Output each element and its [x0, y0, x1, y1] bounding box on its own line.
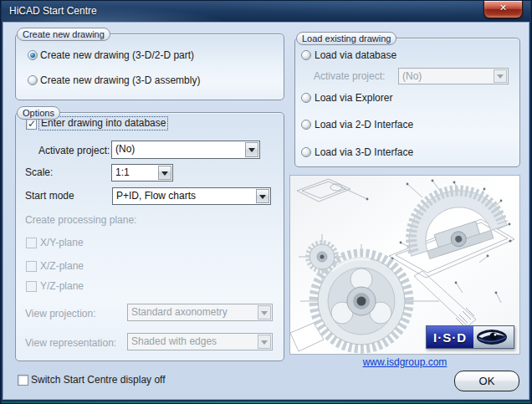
view-representation-label: View representation:: [25, 337, 116, 349]
ok-button[interactable]: OK: [454, 371, 519, 391]
xy-plane-checkbox: [26, 238, 37, 248]
view-projection-select: Standard axonometry: [127, 304, 273, 321]
activate-project-label: Activate project:: [38, 145, 110, 156]
dropdown-arrow-icon[interactable]: [245, 142, 258, 157]
radio-load-via-explorer-label[interactable]: Load via Explorer: [315, 92, 392, 104]
radio-load-via-2d-interface[interactable]: [301, 120, 311, 130]
switch-start-centre-off-checkbox[interactable]: [18, 375, 28, 386]
group-options-label: Options: [17, 106, 60, 120]
dropdown-arrow-icon[interactable]: [256, 189, 269, 203]
view-projection-value: Standard axonometry: [131, 304, 256, 320]
cad-preview-image: I·S·D: [289, 175, 520, 355]
radio-create-3d-2d-part[interactable]: [28, 50, 38, 60]
radio-load-via-3d-interface-label[interactable]: Load via 3-D Interface: [315, 146, 413, 158]
view-representation-value: Shaded with edges: [131, 334, 256, 349]
dropdown-arrow-icon: [494, 69, 507, 83]
start-mode-label: Start mode: [25, 190, 74, 202]
radio-create-3d-assembly[interactable]: [28, 75, 38, 85]
enter-db-checkbox[interactable]: [26, 119, 37, 130]
load-activate-project-label: Activate project:: [314, 70, 385, 82]
window-title: HiCAD Start Centre: [9, 1, 97, 22]
load-activate-project-value: (No): [402, 69, 492, 84]
xz-plane-label: X/Z-plane: [40, 260, 84, 272]
enter-db-checkbox-label[interactable]: Enter drawing into database: [38, 116, 168, 130]
group-create-label: Create new drawing: [17, 28, 110, 41]
radio-load-via-database-label[interactable]: Load via database: [315, 49, 396, 61]
dialog-window: HiCAD Start Centre ✕ Create new drawing …: [0, 0, 532, 404]
start-mode-select[interactable]: P+ID, Flow charts: [112, 187, 271, 205]
isd-logo-wordmark: I·S·D: [427, 326, 473, 348]
radio-load-via-2d-interface-label[interactable]: Load via 2-D Interface: [315, 119, 413, 130]
yz-plane-checkbox: [26, 281, 37, 292]
isd-logo-text: I·S·D: [433, 330, 467, 345]
load-activate-project-select: (No): [398, 68, 509, 84]
group-create-new-drawing: [15, 33, 284, 100]
isd-logo: I·S·D: [426, 325, 514, 349]
radio-create-3d-2d-part-label[interactable]: Create new drawing (3-D/2-D part): [40, 49, 194, 61]
start-mode-value: P+ID, Flow charts: [116, 188, 254, 203]
view-projection-label: View projection:: [25, 308, 96, 320]
dialog-body: Create new drawing Create new drawing (3…: [3, 23, 529, 399]
scale-label: Scale:: [25, 166, 53, 178]
group-load-label: Load existing drawing: [296, 32, 396, 45]
scale-value: 1:1: [115, 165, 156, 180]
dropdown-arrow-icon[interactable]: [158, 166, 171, 180]
close-icon: ✕: [484, 3, 522, 13]
dropdown-arrow-icon: [258, 335, 271, 349]
switch-start-centre-off-label[interactable]: Switch Start Centre display off: [31, 374, 166, 386]
radio-load-via-3d-interface[interactable]: [301, 147, 311, 157]
yz-plane-label: Y/Z-plane: [40, 280, 84, 292]
dropdown-arrow-icon: [258, 305, 271, 320]
xz-plane-checkbox: [26, 261, 37, 272]
xy-plane-label: X/Y-plane: [40, 237, 84, 248]
isdgroup-link[interactable]: www.isdgroup.com: [289, 356, 520, 368]
processing-plane-label: Create processing plane:: [25, 214, 136, 226]
close-button[interactable]: ✕: [483, 1, 523, 18]
view-representation-select: Shaded with edges: [127, 333, 273, 350]
activate-project-value: (No): [115, 141, 243, 156]
title-bar[interactable]: HiCAD Start Centre ✕: [2, 1, 530, 22]
radio-load-via-database[interactable]: [301, 50, 311, 60]
isd-eye-icon: [473, 326, 514, 348]
radio-load-via-explorer[interactable]: [301, 93, 311, 103]
activate-project-select[interactable]: (No): [111, 141, 260, 159]
scale-select[interactable]: 1:1: [111, 164, 173, 182]
radio-create-3d-assembly-label[interactable]: Create new drawing (3-D assembly): [40, 74, 200, 86]
